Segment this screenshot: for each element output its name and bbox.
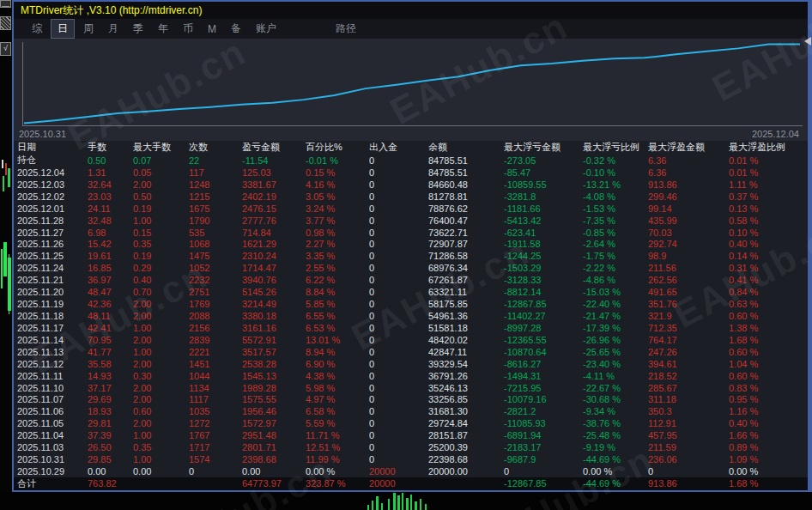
table-row[interactable]: 2025.11.2416.850.2910521714.472.55 %0689… [14,262,808,274]
table-row[interactable]: 2025.11.2136.970.4022323940.766.22 %0672… [14,274,808,286]
table-cell: 285.67 [648,383,729,393]
table-row[interactable]: 2025.11.1742.411.0021563161.166.53 %0515… [14,322,808,334]
table-cell: 2025.11.07 [17,394,88,404]
draw-tool-icon[interactable] [0,16,11,30]
table-cell: 4.16 % [306,179,369,190]
table-cell: 3380.18 [242,311,306,321]
table-row[interactable]: 2025.11.1848.112.0020883380.186.55 %0549… [14,310,808,322]
menu-item-8[interactable]: M [202,21,222,37]
table-cell: 98.9 [648,251,729,261]
table-row[interactable]: 2025.11.1037.172.0011341989.285.98 %0352… [14,382,808,394]
menu-item-2[interactable]: 日 [51,19,75,39]
table-row[interactable]: 合计763.8264773.97323.87 %20000-12867.85-4… [14,477,808,490]
table-cell: 63321.11 [428,287,504,297]
table-row[interactable]: 2025.11.0437.391.0017672951.4811.71 %028… [14,429,808,441]
table-cell: 299.46 [648,191,729,202]
table-cell: 70.95 [88,335,133,345]
table-row[interactable]: 2025.11.276.980.15535714.840.98 %073622.… [14,227,808,239]
table-row[interactable]: 2025.12.0124.110.1916752476.153.24 %0788… [14,203,808,215]
table-cell: -10079.16 [504,394,583,404]
table-cell: 0.01 % [729,155,808,166]
table-cell: 6.90 % [306,359,369,369]
table-cell: 2025.11.21 [17,275,88,285]
table-row[interactable]: 2025.11.1114.930.3010441545.134.38 %0367… [14,370,808,382]
table-cell: 2025.11.10 [17,383,88,393]
table-row[interactable]: 2025.12.041.310.05117125.030.15 %084785.… [14,167,808,179]
table-cell: 84785.51 [428,155,504,166]
table-cell: 1052 [189,263,242,273]
menu-item-6[interactable]: 年 [152,20,174,38]
table-row[interactable]: 2025.12.0223.030.5012152402.193.05 %0812… [14,191,808,203]
table-cell: 2088 [189,311,242,321]
table-cell: 0.35 [133,442,189,452]
table-cell: 2.00 [133,383,189,393]
table-row[interactable]: 2025.11.2048.470.7027515145.268.84 %0633… [14,286,808,298]
table-cell: 0 [369,155,428,166]
table-row[interactable]: 2025.11.2832.481.0017902777.763.77 %0764… [14,215,808,227]
table-cell: 2025.12.01 [17,203,88,214]
table-row[interactable]: 2025.12.0332.642.0012483381.674.16 %0846… [14,179,808,191]
table-cell: 0 [369,323,428,333]
table-cell: 2839 [189,335,242,345]
table-row[interactable]: 2025.10.290.000.0000.000.00 %2000020000.… [14,465,808,477]
equity-curve [23,42,802,125]
table-cell: 0.50 [88,155,133,166]
table-cell: 0.84 % [729,287,808,297]
candlestick-fragment [2,160,3,168]
check-icon[interactable]: √ [0,42,11,56]
table-row[interactable]: 2025.11.2615.420.3510681621.292.27 %0729… [14,239,808,251]
menu-item-10[interactable]: 账户 [250,20,282,38]
menu-item-5[interactable]: 季 [127,20,149,38]
chart-x-axis [22,125,803,126]
table-cell: 3161.16 [242,323,306,333]
candlestick-fragment [402,493,403,510]
table-cell: 6.36 [648,167,729,178]
table-cell: 合计 [17,477,88,490]
table-cell: 236.06 [648,454,729,464]
column-header: 盈亏金额 [242,141,306,154]
table-cell: 1575.55 [242,394,306,404]
menu-item-1[interactable]: 综 [26,20,48,38]
menu-item-4[interactable]: 月 [102,20,124,38]
table-cell: 48420.02 [428,335,504,345]
candlestick-fragment [425,504,427,510]
menu-item-7[interactable]: 币 [177,20,199,38]
menu-item-9[interactable]: 备 [225,20,247,38]
titlebar[interactable]: MTDriver统计 ,V3.10 (http://mtdriver.cn) [14,2,808,19]
table-row[interactable]: 2025.10.3129.851.0015742398.6811.99 %022… [14,453,808,465]
collapse-arrow-icon[interactable] [804,37,811,46]
table-cell: 2.00 [133,335,189,345]
table-cell: -12365.55 [504,335,583,345]
table-cell: 0 [369,263,428,273]
table-cell: -22.40 % [583,299,648,309]
table-row[interactable]: 2025.11.1235.582.0014512538.286.90 %0393… [14,358,808,370]
table-row[interactable]: 2025.11.0529.812.0012721572.975.59 %0297… [14,417,808,429]
table-cell: -30.68 % [583,394,648,404]
table-cell: -3281.8 [504,191,583,202]
menu-item-3[interactable]: 周 [77,20,100,38]
table-cell: 0.63 % [729,299,808,309]
table-row[interactable]: 2025.11.1942.362.0017693214.495.85 %0581… [14,298,808,310]
table-row[interactable]: 2025.11.0729.692.0011171575.554.97 %0332… [14,394,808,406]
table-cell: -2.64 % [583,239,648,249]
table-row[interactable]: 持仓0.500.0722-11.54-0.01 %084785.51-273.0… [14,154,808,167]
table-cell: 323.87 % [306,478,369,489]
table-cell: 2025.11.11 [17,371,88,381]
table-cell: 311.18 [648,394,729,404]
table-row[interactable]: 2025.11.2519.610.1914752310.243.35 %0712… [14,250,808,262]
table-cell: 67261.87 [428,275,504,285]
table-cell: 112.91 [648,418,729,428]
table-row[interactable]: 2025.11.1341.771.0022213517.578.94 %0428… [14,346,808,358]
minimize-icon[interactable]: — [0,0,11,8]
table-cell: 15.42 [88,239,133,249]
menu-item-11[interactable]: 路径 [330,20,362,38]
table-cell: 0.40 % [729,239,808,249]
table-row[interactable]: 2025.11.1470.952.0028395572.9113.01 %048… [14,334,808,346]
table-cell: 0 [369,239,428,249]
table-row[interactable]: 2025.11.0618.930.6010351956.466.58 %0316… [14,405,808,417]
table-cell: 1.00 [133,216,189,226]
mtdriver-window: MTDriver统计 ,V3.10 (http://mtdriver.cn) 综… [12,0,812,492]
table-cell: 6.58 % [306,406,369,416]
table-row[interactable]: 2025.11.0326.500.3517172801.7112.51 %025… [14,441,808,453]
table-cell: 8.94 % [306,347,369,357]
